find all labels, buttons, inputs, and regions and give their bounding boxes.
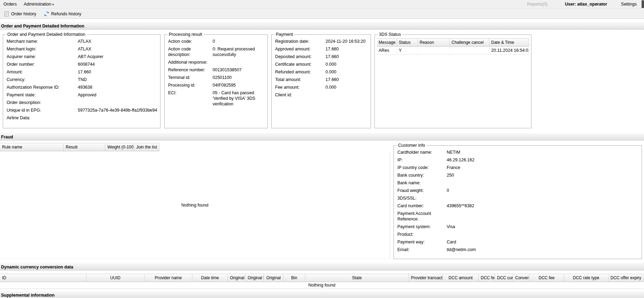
field-label: Bank country: — [397, 172, 447, 178]
field-row: Merchant login: ATLAX — [5, 45, 158, 53]
field-label: ECI: — [168, 90, 213, 96]
field-value: 439655**6382 — [447, 203, 639, 209]
column-header: Provider name — [145, 274, 192, 282]
field-label: Approved amount: — [275, 46, 325, 52]
field-label: Reference number: — [168, 67, 213, 73]
field-value: 2024-11-20 16:53:20 — [325, 39, 369, 44]
field-label: Airline Data: — [7, 115, 78, 121]
user-label: User: atlax_operator — [561, 0, 611, 8]
column-header: Date time — [192, 274, 228, 282]
payment-fields: Registration date: 2024-11-20 16:53:20 A… — [274, 38, 369, 99]
field-label: Bank name: — [397, 180, 447, 186]
field-label: Authorization Response ID: — [7, 84, 78, 90]
column-header: Reason — [418, 38, 450, 47]
field-value: Visa — [447, 224, 639, 229]
field-row: Deposited amount: 17.660 — [274, 53, 369, 61]
field-value: 0: Request processed successfully — [213, 46, 265, 57]
field-value: 0 — [213, 39, 265, 44]
column-header: Challenge cancel — [450, 38, 489, 47]
column-header: DCC rate type — [564, 274, 609, 282]
menu-administration-label: Administration — [24, 2, 51, 7]
field-value: 17.660 — [325, 54, 369, 59]
field-label: Registration date: — [275, 39, 325, 44]
order-details-fields: Merchant name: ATLAX Merchant login: ATL… — [5, 38, 158, 122]
field-row: Certificate amount: 0.000 — [274, 61, 369, 68]
field-label: Card number: — [397, 203, 447, 209]
dcc-table-header: IDUUIDProvider nameDate timeOriginal amo… — [0, 274, 644, 282]
refunds-history-button[interactable]: Refunds history — [41, 10, 84, 18]
field-value: Approved — [78, 92, 158, 98]
field-label: Order description: — [7, 100, 78, 105]
field-row: Registration date: 2024-11-20 16:53:20 — [274, 38, 369, 45]
column-header: Rule name — [0, 143, 64, 151]
field-label: Cardholder name: — [397, 150, 447, 155]
column-header: DCC fee — [529, 274, 564, 282]
column-header: State — [305, 274, 409, 282]
field-row: Total amount: 17.660 — [274, 76, 369, 83]
column-header: DCC offer expiry — [609, 274, 644, 282]
field-row: Order description: — [5, 99, 158, 106]
field-label: Unique id in EPG: — [7, 107, 78, 113]
field-label: Deposited amount: — [275, 54, 325, 59]
column-header: ID — [0, 274, 86, 282]
menu-overflow-icon[interactable] — [642, 0, 644, 8]
field-value: 02501100 — [213, 75, 265, 80]
section-header-order-payment: Order and Payment Detailed Information — [0, 23, 644, 30]
column-header: Bin — [283, 274, 305, 282]
processing-result-fieldset: Processing result Action code: 0 Action … — [164, 32, 268, 128]
menu-bar: Orders Administration▾ Reports(0) User: … — [0, 0, 644, 9]
order-details-fieldset: Order and Payment Detailed Information M… — [3, 32, 160, 128]
order-history-button[interactable]: Order history — [1, 10, 39, 18]
field-label: Fee amount: — [275, 84, 325, 90]
field-value: ATLAX — [78, 39, 158, 44]
column-header: Result — [64, 143, 105, 151]
field-label: Currency: — [7, 77, 78, 82]
field-value: ABT Acquirer — [78, 54, 158, 59]
field-row: Payment state: Approved — [5, 91, 158, 99]
field-value: 17.660 — [78, 69, 158, 75]
column-header: Original — [264, 274, 283, 282]
column-header: Original f — [246, 274, 264, 282]
field-value: 0.000 — [325, 69, 369, 75]
field-label: Payment system: — [397, 224, 447, 229]
field-row: Bank country: 250 — [396, 171, 639, 179]
field-row: 3DS/SSL: — [396, 194, 639, 202]
circular-arrows-icon — [44, 11, 49, 17]
column-header: DCC fee amount — [479, 274, 495, 282]
field-row: Order number: 6008744 — [5, 61, 158, 68]
field-label: IP country code: — [397, 165, 447, 170]
section-header-supplemental: Supplemental information — [0, 292, 644, 298]
field-row: IP: 46.29.126.162 — [396, 156, 639, 164]
fraud-empty-state-text: Nothing found — [181, 203, 208, 208]
dcc-table-body: Nothing found — [0, 281, 644, 289]
section-header-dcc: Dynamic currency conversion data — [0, 264, 644, 271]
field-value: 0.000 — [325, 62, 369, 67]
column-header: Original amount — [228, 274, 246, 282]
field-row: Currency: TND — [5, 76, 158, 83]
field-value: 0.000 — [325, 84, 369, 90]
field-value: 04IF082595 — [213, 82, 265, 88]
menu-reports[interactable]: Reports(0) — [523, 0, 551, 8]
cell-message-type: ARes — [377, 47, 397, 55]
field-row: Bank name: — [396, 179, 639, 187]
field-value: 6008744 — [78, 62, 158, 67]
menu-administration[interactable]: Administration▾ — [20, 0, 57, 8]
column-header: Status — [397, 38, 418, 47]
field-value: 001301538507 — [213, 67, 265, 73]
field-value: ATLAX — [78, 46, 158, 52]
menu-orders[interactable]: Orders — [0, 0, 20, 8]
cell-reason — [418, 47, 450, 55]
field-label: Payment way: — [397, 239, 447, 245]
field-value: 46.29.126.162 — [447, 157, 639, 163]
field-label: Product: — [397, 232, 447, 237]
field-label: IP: — [397, 157, 447, 163]
order-details-legend: Order and Payment Detailed Information — [6, 32, 86, 37]
menu-settings[interactable]: Settings — [618, 0, 640, 8]
field-row: Fee amount: 0.000 — [274, 83, 369, 91]
processing-result-fields: Action code: 0 Action code description: … — [167, 38, 265, 108]
customer-info-legend: Customer info — [397, 143, 427, 148]
field-row: Airline Data: — [5, 114, 158, 122]
column-header: DCC curr — [495, 274, 513, 282]
field-row: Payment Account Reference: — [396, 210, 639, 223]
fraud-table-body: Nothing found — [0, 151, 390, 259]
